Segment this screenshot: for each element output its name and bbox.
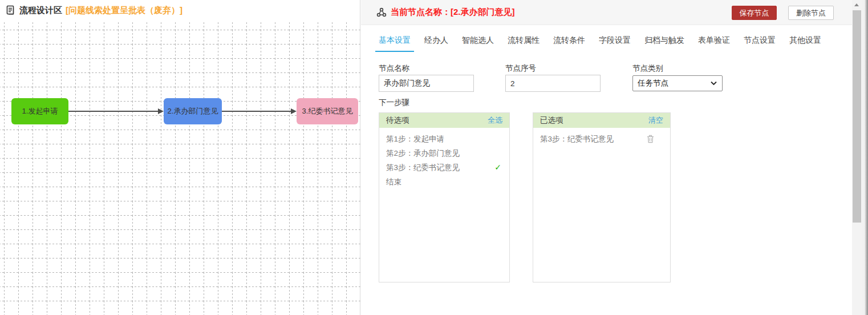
- panel-scrollbar[interactable]: [852, 0, 862, 315]
- node-name-label: 节点名称: [379, 63, 409, 74]
- selected-list-title: 已选项: [540, 115, 563, 126]
- scroll-up-arrow-icon[interactable]: [852, 0, 862, 10]
- node-seq-label: 节点序号: [505, 63, 536, 74]
- flow-node-secretary-opinion[interactable]: 3.纪委书记意见: [297, 98, 358, 124]
- canvas-header: 流程设计区 [问题线索处置呈批表（废弃）]: [0, 0, 360, 21]
- node-type-select[interactable]: 任务节点: [632, 75, 723, 91]
- select-all-link[interactable]: 全选: [488, 115, 502, 126]
- selected-steps-box: 已选项 清空 第3步：纪委书记意见: [533, 112, 671, 282]
- candidate-list-items: 第1步：发起申请 第2步：承办部门意见 第3步：纪委书记意见 ✓ 结束: [379, 128, 509, 189]
- tab-flow-attributes[interactable]: 流转属性: [504, 35, 543, 52]
- flow-node-department-opinion[interactable]: 2.承办部门意见: [164, 98, 222, 124]
- flow-canvas[interactable]: 流程设计区 [问题线索处置呈批表（废弃）] 1.发起申请 2.承办部门意见 3.…: [0, 0, 360, 315]
- node-type-label: 节点类别: [632, 63, 663, 74]
- candidate-steps-box: 待选项 全选 第1步：发起申请 第2步：承办部门意见 第3步：纪委书记意见 ✓ …: [379, 112, 510, 282]
- selected-list-items: 第3步：纪委书记意见: [533, 128, 670, 146]
- list-item-end[interactable]: 结束: [379, 175, 509, 189]
- tab-smart-selection[interactable]: 智能选人: [459, 35, 497, 52]
- panel-header: 当前节点名称：[2.承办部门意见] 保存节点 删除节点: [361, 0, 868, 25]
- clear-all-link[interactable]: 清空: [648, 115, 663, 126]
- delete-node-button[interactable]: 删除节点: [788, 6, 834, 20]
- tab-handler[interactable]: 经办人: [421, 35, 452, 52]
- canvas-title: 流程设计区: [19, 5, 62, 16]
- current-node-title: 当前节点名称：[2.承办部门意见]: [391, 7, 515, 18]
- save-node-button[interactable]: 保存节点: [732, 6, 777, 20]
- tab-form-validation[interactable]: 表单验证: [695, 35, 733, 52]
- tab-basic-settings[interactable]: 基本设置: [375, 35, 414, 52]
- node-name-input[interactable]: [379, 75, 474, 92]
- tab-archive-trigger[interactable]: 归档与触发: [641, 35, 688, 52]
- document-icon: [6, 5, 15, 16]
- next-step-label: 下一步骤: [379, 98, 409, 108]
- list-item-step2[interactable]: 第2步：承办部门意见: [379, 146, 509, 160]
- nodes-icon: [376, 7, 387, 18]
- node-seq-input[interactable]: [505, 75, 601, 92]
- scrollbar-thumb[interactable]: [853, 10, 861, 223]
- check-icon: ✓: [494, 160, 501, 175]
- selected-item-step3[interactable]: 第3步：纪委书记意见: [533, 132, 670, 146]
- settings-tabs: 基本设置 经办人 智能选人 流转属性 流转条件 字段设置 归档与触发 表单验证 …: [375, 35, 825, 52]
- list-item-step3[interactable]: 第3步：纪委书记意见 ✓: [379, 160, 509, 175]
- chevron-down-icon: [711, 81, 717, 86]
- candidate-list-header: 待选项 全选: [379, 113, 509, 128]
- tab-field-settings[interactable]: 字段设置: [595, 35, 634, 52]
- tab-node-settings[interactable]: 节点设置: [740, 35, 779, 52]
- tab-other-settings[interactable]: 其他设置: [786, 35, 825, 52]
- flow-name-label: [问题线索处置呈批表（废弃）]: [66, 5, 182, 16]
- trash-icon[interactable]: [647, 135, 654, 143]
- node-settings-panel: 当前节点名称：[2.承办部门意见] 保存节点 删除节点 基本设置 经办人 智能选…: [361, 0, 868, 315]
- node-type-selected-value: 任务节点: [638, 79, 668, 87]
- flow-connectors: [0, 0, 360, 315]
- selected-list-header: 已选项 清空: [533, 113, 670, 128]
- workflow-designer: 流程设计区 [问题线索处置呈批表（废弃）] 1.发起申请 2.承办部门意见 3.…: [0, 0, 868, 315]
- list-item-step1[interactable]: 第1步：发起申请: [379, 132, 509, 146]
- tab-flow-conditions[interactable]: 流转条件: [550, 35, 589, 52]
- flow-node-start[interactable]: 1.发起申请: [11, 98, 68, 124]
- window-edge: [862, 0, 868, 315]
- candidate-list-title: 待选项: [386, 115, 409, 126]
